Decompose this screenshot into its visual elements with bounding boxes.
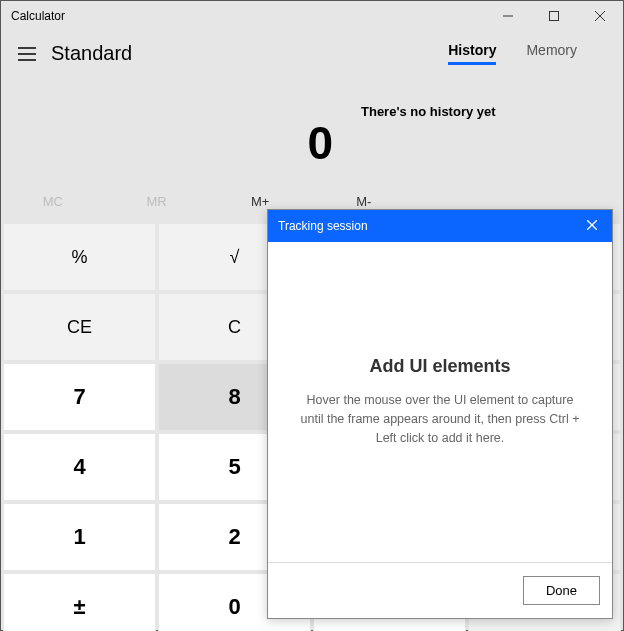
key-1[interactable]: 1 [3, 503, 156, 571]
header: Standard History Memory [1, 31, 623, 76]
window-buttons [485, 1, 623, 31]
hamburger-icon[interactable] [7, 34, 47, 74]
maximize-button[interactable] [531, 1, 577, 31]
titlebar: Calculator [1, 1, 623, 31]
history-empty-text: There's no history yet [361, 104, 496, 119]
display-area: 0 There's no history yet [1, 76, 623, 181]
memory-clear: MC [1, 194, 105, 209]
panel-tabs: History Memory [448, 42, 617, 65]
dialog-heading: Add UI elements [369, 356, 510, 377]
close-button[interactable] [577, 1, 623, 31]
key-4[interactable]: 4 [3, 433, 156, 501]
key-negate[interactable]: ± [3, 573, 156, 631]
result-display: 0 [307, 116, 333, 170]
mode-label: Standard [51, 42, 132, 65]
dialog-body: Add UI elements Hover the mouse over the… [268, 242, 612, 562]
dialog-close-icon[interactable] [582, 219, 602, 233]
minimize-button[interactable] [485, 1, 531, 31]
key-percent[interactable]: % [3, 223, 156, 291]
window-title: Calculator [1, 9, 485, 23]
dialog-titlebar: Tracking session [268, 210, 612, 242]
tab-history[interactable]: History [448, 42, 496, 65]
dialog-text: Hover the mouse over the UI element to c… [298, 391, 582, 447]
key-7[interactable]: 7 [3, 363, 156, 431]
tab-memory[interactable]: Memory [526, 42, 577, 65]
memory-minus[interactable]: M- [312, 194, 416, 209]
memory-plus[interactable]: M+ [208, 194, 312, 209]
svg-rect-1 [550, 12, 559, 21]
dialog-title: Tracking session [278, 219, 368, 233]
key-ce[interactable]: CE [3, 293, 156, 361]
memory-recall: MR [105, 194, 209, 209]
dialog-footer: Done [268, 562, 612, 618]
done-button[interactable]: Done [523, 576, 600, 605]
calculator-window: Calculator Standard History Memory 0 The… [0, 0, 624, 631]
tracking-session-dialog: Tracking session Add UI elements Hover t… [267, 209, 613, 619]
